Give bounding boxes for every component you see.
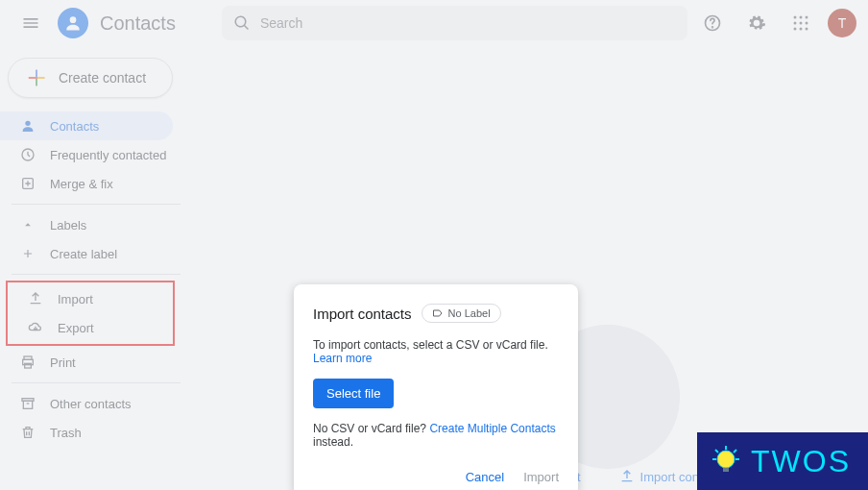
svg-point-7 [800, 22, 803, 25]
sidebar-item-other-contacts[interactable]: Other contacts [0, 389, 173, 418]
cloud-download-icon [27, 320, 44, 335]
chip-text: No Label [448, 307, 491, 319]
divider [12, 274, 181, 275]
highlight-box: Import Export [6, 281, 175, 346]
sidebar-item-label: Export [58, 321, 94, 335]
upload-icon [619, 469, 635, 484]
archive-icon [19, 396, 36, 411]
upload-icon [27, 291, 44, 306]
sidebar-item-label: Contacts [50, 119, 99, 134]
trash-icon [19, 425, 36, 440]
lightbulb-icon [707, 442, 745, 480]
divider [12, 204, 181, 205]
sidebar-item-import[interactable]: Import [8, 284, 165, 313]
search-input[interactable] [260, 15, 676, 31]
import-contacts-dialog: Import contacts No Label To import conta… [294, 284, 578, 490]
svg-point-3 [794, 16, 797, 19]
sidebar-item-frequent[interactable]: Frequently contacted [0, 140, 173, 169]
settings-button[interactable] [739, 6, 774, 40]
dialog-title: Import contacts [313, 306, 412, 322]
cancel-button[interactable]: Cancel [466, 470, 504, 484]
svg-point-11 [806, 28, 808, 31]
hamburger-icon [21, 13, 40, 33]
sidebar-item-contacts[interactable]: Contacts [0, 111, 173, 140]
svg-point-10 [800, 28, 803, 31]
sidebar-item-create-label[interactable]: Create label [0, 239, 173, 268]
svg-point-5 [806, 16, 808, 19]
merge-icon [19, 176, 36, 191]
alt-suffix: instead. [313, 435, 353, 449]
sidebar-item-label: Other contacts [50, 397, 132, 411]
dialog-description: To import contacts, select a CSV or vCar… [313, 338, 559, 365]
app-title: Contacts [100, 12, 176, 35]
sidebar-item-export[interactable]: Export [8, 313, 165, 342]
svg-rect-19 [23, 401, 32, 408]
help-button[interactable] [695, 6, 730, 40]
select-file-button[interactable]: Select file [313, 379, 394, 408]
import-button[interactable]: Import [523, 470, 559, 484]
svg-point-9 [794, 28, 797, 31]
svg-point-21 [717, 451, 735, 468]
watermark-text: TWOS [751, 444, 851, 479]
no-label-chip[interactable]: No Label [422, 304, 501, 323]
person-icon [63, 13, 83, 33]
sidebar-item-trash[interactable]: Trash [0, 418, 173, 447]
apps-button[interactable] [784, 6, 818, 40]
gear-icon [747, 13, 766, 33]
sidebar-labels-header[interactable]: Labels [0, 210, 173, 239]
divider [12, 382, 181, 383]
create-multiple-contacts-link[interactable]: Create Multiple Contacts [429, 422, 555, 435]
watermark: TWOS [697, 432, 868, 490]
sidebar: Create contact Contacts Frequently conta… [0, 46, 181, 490]
sidebar-item-label: Create label [50, 247, 117, 261]
sidebar-item-label: Merge & fix [50, 177, 113, 191]
plus-multicolor-icon [26, 67, 47, 88]
svg-point-4 [800, 16, 803, 19]
label-icon [432, 307, 444, 319]
search-bar[interactable] [222, 6, 687, 40]
sidebar-item-label: Print [50, 355, 76, 370]
svg-point-0 [70, 16, 77, 23]
search-icon [233, 14, 251, 32]
svg-point-12 [25, 121, 30, 126]
learn-more-link[interactable]: Learn more [313, 352, 372, 365]
plus-icon [19, 247, 36, 260]
svg-point-8 [806, 22, 808, 25]
app-logo [58, 8, 88, 38]
apps-grid-icon [792, 14, 809, 32]
account-avatar[interactable]: T [828, 9, 856, 37]
svg-point-2 [712, 27, 713, 28]
main-menu-button[interactable] [12, 4, 50, 42]
desc-text: To import contacts, select a CSV or vCar… [313, 338, 548, 352]
sidebar-item-label: Frequently contacted [50, 148, 166, 162]
sidebar-item-print[interactable]: Print [0, 348, 173, 377]
sidebar-item-label: Trash [50, 426, 82, 440]
sidebar-item-merge[interactable]: Merge & fix [0, 169, 173, 198]
help-icon [703, 13, 722, 33]
sidebar-item-label: Import [58, 292, 93, 306]
clock-icon [19, 147, 36, 162]
labels-header-label: Labels [50, 218, 86, 233]
create-contact-label: Create contact [59, 70, 146, 86]
chevron-up-icon [19, 218, 36, 232]
create-contact-button[interactable]: Create contact [8, 58, 173, 98]
alt-prefix: No CSV or vCard file? [313, 422, 429, 435]
print-icon [19, 355, 36, 370]
header-actions: T [695, 6, 856, 40]
dialog-alt-text: No CSV or vCard file? Create Multiple Co… [313, 422, 559, 449]
app-header: Contacts T [0, 0, 868, 46]
svg-point-6 [794, 22, 797, 25]
person-icon [19, 118, 36, 134]
